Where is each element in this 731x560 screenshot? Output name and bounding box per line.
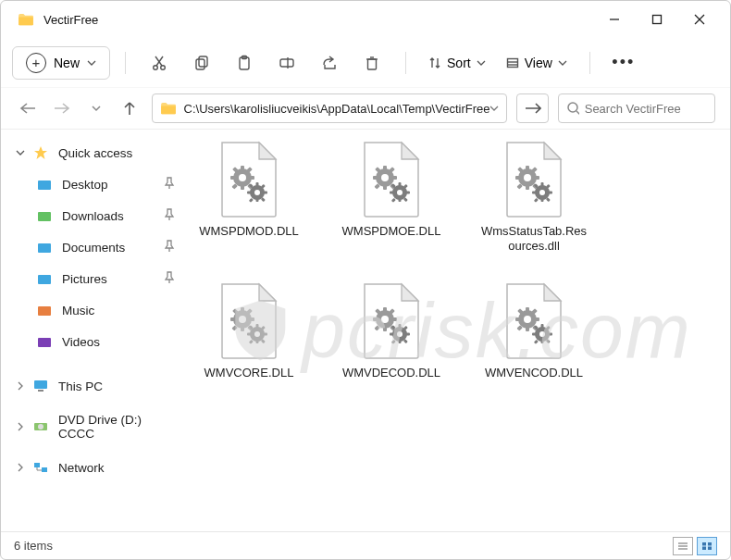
sidebar-item[interactable]: Videos bbox=[1, 326, 182, 357]
file-item[interactable]: WMVCORE.DLL bbox=[195, 282, 303, 380]
svg-rect-34 bbox=[368, 59, 377, 69]
sidebar-item[interactable]: Music bbox=[1, 294, 182, 326]
file-name: WMVCORE.DLL bbox=[204, 366, 294, 380]
minimize-button[interactable] bbox=[593, 2, 636, 37]
close-button[interactable] bbox=[678, 2, 721, 37]
svg-rect-48 bbox=[34, 380, 47, 389]
sidebar-item-label: Music bbox=[62, 304, 175, 317]
chevron-right-icon bbox=[14, 420, 27, 433]
address-text: C:\Users\karolisliucveikis\AppData\Local… bbox=[184, 102, 490, 116]
file-item[interactable]: WMSPDMOE.DLL bbox=[338, 141, 445, 255]
svg-line-27 bbox=[155, 56, 162, 66]
sidebar-item-label: DVD Drive (D:) CCCC bbox=[58, 413, 175, 441]
dll-file-icon bbox=[359, 141, 424, 218]
svg-rect-43 bbox=[38, 212, 51, 221]
pin-icon bbox=[164, 177, 175, 193]
svg-rect-57 bbox=[702, 542, 706, 546]
more-button[interactable]: ••• bbox=[605, 44, 642, 81]
details-view-button[interactable] bbox=[673, 537, 693, 555]
toolbar: + New Sort View ••• bbox=[1, 38, 730, 88]
up-button[interactable] bbox=[118, 95, 142, 121]
svg-rect-59 bbox=[702, 546, 706, 550]
view-button[interactable]: View bbox=[499, 52, 575, 74]
icons-view-button[interactable] bbox=[697, 537, 717, 555]
share-button[interactable] bbox=[311, 44, 348, 81]
pin-icon bbox=[164, 271, 175, 287]
file-item[interactable]: WMVDECOD.DLL bbox=[338, 282, 445, 380]
folder-small-icon bbox=[36, 336, 53, 348]
search-input[interactable] bbox=[585, 102, 707, 116]
svg-rect-42 bbox=[38, 180, 51, 190]
sidebar-item-label: Desktop bbox=[62, 178, 155, 192]
chevron-right-icon bbox=[14, 461, 27, 474]
sidebar-item[interactable]: This PC bbox=[1, 370, 182, 402]
sidebar-item-label: Quick access bbox=[58, 146, 175, 160]
paste-button[interactable] bbox=[226, 44, 263, 81]
address-bar[interactable]: C:\Users\karolisliucveikis\AppData\Local… bbox=[152, 93, 508, 123]
pin-icon bbox=[164, 208, 175, 224]
content-area[interactable]: pcrisk.com WMSPDMOD.DLLWMSPDMOE.DLLWmsSt… bbox=[186, 130, 730, 531]
new-button[interactable]: + New bbox=[12, 46, 110, 80]
delete-button[interactable] bbox=[353, 44, 390, 81]
sort-button[interactable]: Sort bbox=[421, 52, 493, 74]
sort-icon bbox=[428, 56, 441, 69]
file-name: WmsStatusTab.Resources.dll bbox=[480, 224, 588, 255]
item-count: 6 items bbox=[14, 539, 53, 553]
file-item[interactable]: WMSPDMOD.DLL bbox=[195, 141, 303, 255]
folder-small-icon bbox=[36, 210, 53, 222]
file-name: WMVDECOD.DLL bbox=[342, 366, 440, 380]
sidebar-item[interactable]: Pictures bbox=[1, 263, 182, 294]
svg-line-26 bbox=[156, 56, 163, 66]
svg-point-24 bbox=[154, 65, 158, 69]
sidebar-item[interactable]: Desktop bbox=[1, 168, 182, 200]
dll-file-icon bbox=[502, 282, 566, 360]
new-label: New bbox=[54, 56, 80, 70]
folder-small-icon bbox=[36, 305, 53, 317]
dll-file-icon bbox=[502, 141, 566, 218]
search-icon bbox=[566, 101, 579, 116]
address-row: C:\Users\karolisliucveikis\AppData\Local… bbox=[1, 88, 730, 129]
forward-button[interactable] bbox=[50, 95, 75, 121]
svg-rect-47 bbox=[38, 338, 51, 347]
chevron-down-icon bbox=[14, 146, 27, 159]
svg-point-51 bbox=[38, 424, 43, 429]
svg-rect-44 bbox=[38, 243, 51, 253]
rename-button[interactable] bbox=[268, 44, 305, 81]
svg-rect-49 bbox=[38, 390, 43, 392]
folder-icon bbox=[160, 102, 177, 115]
svg-rect-37 bbox=[507, 58, 517, 67]
refresh-button[interactable] bbox=[516, 93, 548, 123]
file-name: WMSPDMOE.DLL bbox=[342, 224, 441, 239]
svg-rect-53 bbox=[42, 467, 47, 472]
dll-file-icon bbox=[359, 282, 424, 360]
folder-small-icon bbox=[36, 273, 53, 285]
maximize-button[interactable] bbox=[636, 2, 678, 37]
chevron-right-icon bbox=[14, 380, 27, 392]
status-bar: 6 items bbox=[1, 531, 730, 559]
sidebar-item-label: Pictures bbox=[62, 272, 155, 286]
drive-icon bbox=[32, 380, 49, 392]
cut-button[interactable] bbox=[141, 44, 178, 81]
svg-rect-45 bbox=[38, 275, 51, 284]
sidebar-quick-access[interactable]: Quick access bbox=[1, 137, 182, 168]
file-item[interactable]: WMVENCOD.DLL bbox=[480, 282, 588, 380]
svg-rect-58 bbox=[708, 542, 712, 546]
svg-rect-29 bbox=[199, 56, 207, 67]
file-item[interactable]: WmsStatusTab.Resources.dll bbox=[480, 141, 588, 255]
back-button[interactable] bbox=[16, 95, 41, 121]
pin-icon bbox=[164, 240, 175, 255]
sidebar-item[interactable]: Documents bbox=[1, 231, 182, 263]
search-box[interactable] bbox=[558, 93, 715, 123]
file-name: WMSPDMOD.DLL bbox=[199, 224, 299, 239]
chevron-down-icon[interactable] bbox=[489, 106, 499, 111]
recent-button[interactable] bbox=[83, 95, 108, 121]
svg-rect-46 bbox=[38, 306, 51, 316]
copy-button[interactable] bbox=[183, 44, 220, 81]
file-name: WMVENCOD.DLL bbox=[485, 366, 583, 380]
svg-rect-21 bbox=[653, 16, 662, 24]
sidebar-item[interactable]: Downloads bbox=[1, 200, 182, 231]
sidebar-item[interactable]: DVD Drive (D:) CCCC bbox=[1, 411, 182, 442]
sidebar-item[interactable]: Network bbox=[1, 452, 182, 483]
plus-icon: + bbox=[26, 53, 46, 73]
drive-icon bbox=[32, 461, 49, 474]
